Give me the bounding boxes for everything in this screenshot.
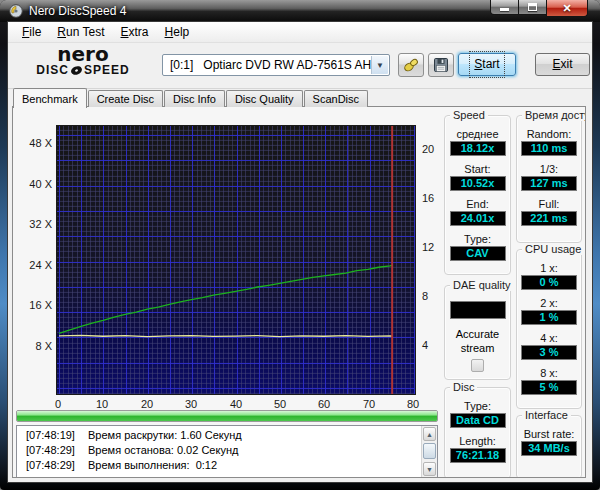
eject-icon: [402, 56, 420, 74]
minimize-button[interactable]: [490, 0, 519, 15]
length-label: Length:: [445, 435, 510, 447]
log-timestamp: [07:48:19]: [26, 428, 88, 443]
log-line: [07:48:29]Время выполнения: 0:12: [17, 458, 420, 473]
axis-tick: 12: [422, 241, 448, 253]
1-x-row: 1 x:0 %: [517, 262, 581, 290]
2-x-row: 2 x:1 %: [517, 297, 581, 325]
benchmark-tab-panel: [07:48:19]Время раскрутки: 1.60 Секунд[0…: [12, 106, 586, 478]
scroll-up-button[interactable]: ▲: [423, 427, 436, 441]
exit-button[interactable]: Exit: [535, 53, 590, 76]
axis-tick: 60: [312, 398, 336, 410]
start-value: 10.52x: [450, 176, 506, 191]
1-3-value: 127 ms: [521, 176, 577, 191]
benchmark-chart: [56, 125, 416, 395]
menu-run-test[interactable]: Run Test: [49, 23, 112, 42]
tab-disc-info[interactable]: Disc Info: [164, 90, 225, 107]
tab-create-disc[interactable]: Create Disc: [88, 90, 163, 107]
menu-file[interactable]: File: [14, 23, 49, 42]
interface-group: Interface Burst rate:34 MB/s: [516, 415, 582, 478]
close-icon: ✕: [562, 2, 571, 15]
axis-tick: 10: [90, 398, 114, 410]
maximize-button[interactable]: [519, 0, 546, 15]
axis-tick: 32 X: [14, 218, 52, 230]
type-row: Type:Data CD: [445, 400, 510, 428]
speed-group: Speed среднее18.12xStart:10.52xEnd:24.01…: [444, 115, 511, 275]
random-value: 110 ms: [521, 141, 577, 156]
length-row: Length:76:21.18: [445, 435, 510, 463]
nero-discspeed-logo: nero DISC SPEED: [18, 45, 148, 76]
drive-name: Optiarc DVD RW AD-7561S AH03: [203, 58, 384, 72]
1-x-label: 1 x:: [517, 262, 581, 274]
drive-select[interactable]: [0:1] Optiarc DVD RW AD-7561S AH03 ▼: [162, 54, 390, 76]
burst-rate-value: 34 MB/s: [521, 441, 577, 456]
random-row: Random:110 ms: [517, 128, 581, 156]
среднее-label: среднее: [445, 128, 510, 140]
4-x-value: 3 %: [521, 345, 577, 360]
combo-dropdown-arrow[interactable]: ▼: [371, 56, 388, 74]
axis-tick: 80: [401, 398, 425, 410]
dae-quality-value: [450, 301, 506, 319]
tab-scandisc[interactable]: ScanDisc: [304, 90, 368, 107]
disc-group: Disc Type:Data CDLength:76:21.18: [444, 387, 511, 478]
type-value: Data CD: [450, 413, 506, 428]
type-label: Type:: [445, 400, 510, 412]
log-message: Время раскрутки: 1.60 Секунд: [88, 429, 242, 441]
log-line: [07:48:29]Время останова: 0.02 Секунд: [17, 443, 420, 458]
full-value: 221 ms: [521, 211, 577, 226]
axis-tick: 16: [422, 192, 448, 204]
accurate-stream-checkbox[interactable]: [471, 359, 484, 372]
1-3-row: 1/3:127 ms: [517, 163, 581, 191]
4-x-label: 4 x:: [517, 332, 581, 344]
axis-tick: 40 X: [14, 178, 52, 190]
type-value: CAV: [450, 246, 506, 261]
save-button[interactable]: [428, 53, 454, 77]
8-x-value: 5 %: [521, 380, 577, 395]
log-line: [07:48:19]Время раскрутки: 1.60 Секунд: [17, 428, 420, 443]
eject-button[interactable]: [398, 53, 424, 77]
среднее-value: 18.12x: [450, 141, 506, 156]
1-x-value: 0 %: [521, 275, 577, 290]
start-button-label: Start: [472, 54, 501, 75]
progress-bar-fill: [17, 411, 437, 421]
tab-strip: BenchmarkCreate DiscDisc InfoDisc Qualit…: [13, 88, 369, 107]
2-x-label: 2 x:: [517, 297, 581, 309]
cpu-usage-group: CPU usage 1 x:0 %2 x:1 %4 x:3 %8 x:5 %: [516, 249, 582, 409]
close-button[interactable]: ✕: [546, 0, 588, 17]
end-label: End:: [445, 198, 510, 210]
titlebar[interactable]: Nero DiscSpeed 4 ✕: [0, 0, 600, 22]
toolbar: nero DISC SPEED [0:1] Optiarc DVD RW AD-…: [8, 43, 592, 89]
burst-rate-row: Burst rate:34 MB/s: [517, 428, 581, 456]
type-row: Type:CAV: [445, 233, 510, 261]
axis-tick: 8: [422, 290, 448, 302]
среднее-row: среднее18.12x: [445, 128, 510, 156]
logo-nero-text: nero: [18, 45, 148, 64]
maximize-icon: [528, 3, 537, 11]
burst-rate-label: Burst rate:: [517, 428, 581, 440]
menu-help[interactable]: Help: [157, 23, 198, 42]
axis-tick: 50: [268, 398, 292, 410]
scroll-down-button[interactable]: ▼: [423, 462, 436, 476]
tab-benchmark[interactable]: Benchmark: [13, 88, 87, 108]
scrollbar-thumb[interactable]: [423, 443, 436, 459]
1-3-label: 1/3:: [517, 163, 581, 175]
menu-bar: FileRun TestExtraHelp: [8, 22, 592, 43]
progress-bar: [16, 410, 438, 422]
2-x-value: 1 %: [521, 310, 577, 325]
drive-id: [0:1]: [170, 58, 193, 72]
log-timestamp: [07:48:29]: [26, 458, 88, 473]
axis-tick: 0: [46, 398, 70, 410]
minimize-icon: [500, 8, 509, 11]
type-label: Type:: [445, 233, 510, 245]
random-label: Random:: [517, 128, 581, 140]
tab-disc-quality[interactable]: Disc Quality: [226, 90, 303, 107]
exit-button-label: Exit: [550, 54, 574, 75]
start-button[interactable]: Start: [458, 53, 516, 76]
log-timestamp: [07:48:29]: [26, 443, 88, 458]
rotation-speed-line: [59, 335, 392, 336]
log-scrollbar[interactable]: ▲ ▼: [421, 426, 437, 477]
log-lines: [07:48:19]Время раскрутки: 1.60 Секунд[0…: [17, 428, 420, 473]
menu-extra[interactable]: Extra: [113, 23, 157, 42]
accurate-stream-label: Accurate stream: [448, 327, 508, 355]
axis-tick: 30: [179, 398, 203, 410]
start-row: Start:10.52x: [445, 163, 510, 191]
